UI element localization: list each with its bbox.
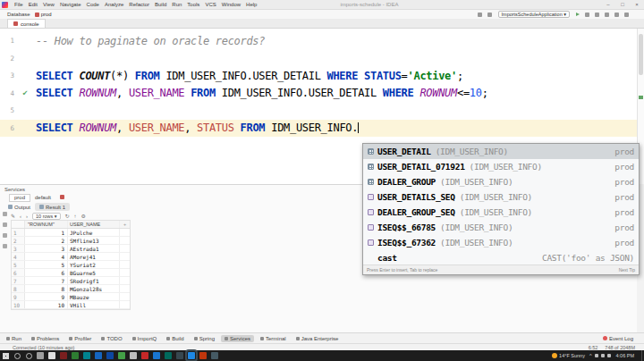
rownum-cell[interactable]: 7 — [25, 277, 68, 284]
breadcrumb[interactable]: Database — [7, 12, 30, 17]
rownum-cell[interactable]: 10 — [25, 301, 68, 308]
filter-icon[interactable] — [3, 233, 7, 238]
taskbar-app-icon[interactable] — [130, 352, 137, 359]
user-name-cell[interactable]: JPulche — [68, 229, 120, 236]
reload-icon[interactable]: ↻ — [65, 213, 70, 219]
search-icon[interactable] — [614, 13, 619, 17]
menu-item[interactable]: Run — [169, 2, 184, 7]
wrench-icon[interactable] — [487, 13, 492, 17]
taskbar-app-icon[interactable] — [60, 352, 67, 359]
completion-item[interactable]: DEALER_GROUP (IDM_USER_INFO) prod — [363, 174, 639, 189]
user-name-cell[interactable]: YSuriat2 — [68, 261, 120, 268]
breadcrumb-db[interactable]: prod — [41, 12, 52, 17]
tool-window-button[interactable]: Problems — [28, 335, 63, 342]
result-tab[interactable]: Result 1 — [35, 203, 70, 211]
rownum-cell[interactable]: 2 — [25, 237, 68, 244]
code-line[interactable]: 1 -- How to paginate on oracle records? — [0, 32, 637, 50]
taskbar-app-icon[interactable] — [176, 352, 183, 359]
table-row[interactable]: 3 3 AEstrada1 — [12, 245, 130, 253]
clock[interactable]: 4:06 PM — [616, 353, 634, 358]
tray-expand-icon[interactable]: ^ — [589, 353, 592, 358]
gear-icon[interactable]: ⚙ — [81, 213, 86, 219]
menu-item[interactable]: Refactor — [126, 2, 152, 7]
completion-item[interactable]: USER_DETAIL_071921 (IDM_USER_INFO) prod — [363, 159, 639, 174]
completion-item[interactable]: cast CAST('foo' as JSON) — [363, 250, 639, 265]
maximize-button[interactable]: □ — [615, 2, 630, 7]
menu-item[interactable]: Navigate — [57, 2, 84, 7]
menu-item[interactable]: Analyze — [102, 2, 126, 7]
next-page-icon[interactable]: › — [26, 214, 28, 219]
menu-item[interactable]: VCS — [202, 2, 218, 7]
taskbar-app-icon[interactable] — [95, 352, 102, 359]
result-tab[interactable]: Output — [4, 203, 35, 211]
user-name-cell[interactable]: MBauze — [68, 293, 120, 300]
table-row[interactable]: 8 8 MGonzal28s — [12, 285, 130, 293]
taskbar-app-icon[interactable] — [83, 352, 90, 359]
tool-window-button[interactable]: Run — [3, 335, 25, 342]
taskbar-app-icon[interactable] — [211, 352, 218, 359]
event-log-button[interactable]: Event Log — [603, 336, 633, 341]
minimize-button[interactable]: – — [601, 2, 615, 7]
code-line[interactable]: 5 — [0, 102, 637, 120]
rownum-cell[interactable]: 8 — [25, 285, 68, 292]
coverage-icon[interactable] — [595, 13, 599, 17]
user-name-cell[interactable]: VHill — [68, 301, 120, 308]
editor-tab-console[interactable]: console — [7, 19, 46, 28]
taskbar-app-icon[interactable] — [141, 352, 148, 359]
tool-window-button[interactable]: Terminal — [257, 335, 290, 342]
battery-icon[interactable] — [607, 354, 611, 357]
menu-item[interactable]: Help — [243, 2, 259, 7]
rownum-cell[interactable]: 9 — [25, 293, 68, 300]
taskbar-app-icon[interactable] — [165, 352, 172, 359]
profiler-icon[interactable] — [605, 13, 609, 17]
next-tip-link[interactable]: Next Tip — [619, 267, 635, 273]
taskbar-app-icon[interactable] — [118, 352, 125, 359]
start-button[interactable] — [3, 353, 9, 359]
pin-icon[interactable] — [3, 222, 7, 227]
code-line[interactable]: 6 SELECT ROWNUM, USER_NAME, STATUS FROM … — [0, 120, 637, 138]
task-view-icon[interactable] — [26, 353, 32, 359]
tool-window-button[interactable]: Build — [163, 335, 187, 342]
session-tab[interactable]: default — [30, 194, 55, 202]
rownum-cell[interactable]: 5 — [25, 261, 68, 268]
completion-item[interactable]: USER_DETAILS_SEQ (IDM_USER_INFO) prod — [363, 189, 639, 205]
table-row[interactable]: 6 6 BGuarne5 — [12, 269, 130, 277]
previous-page-icon[interactable]: ‹ — [20, 214, 21, 219]
settings-icon[interactable] — [3, 244, 7, 248]
tool-window-button[interactable]: Spring — [191, 335, 218, 342]
taskbar-app-icon[interactable] — [72, 352, 79, 359]
scrollbar-thumb[interactable] — [639, 34, 643, 75]
user-name-cell[interactable]: AMorej41 — [68, 253, 120, 260]
rownum-cell[interactable]: 4 — [25, 253, 68, 260]
user-name-cell[interactable]: SMfline13 — [68, 237, 120, 244]
code-line[interactable]: 4 ✔ SELECT ROWNUM, USER_NAME FROM IDM_US… — [0, 85, 637, 103]
add-column-button[interactable]: + — [120, 221, 130, 228]
rownum-cell[interactable]: 6 — [25, 269, 68, 276]
run-icon[interactable] — [576, 13, 580, 16]
table-row[interactable]: 9 9 MBauze — [12, 293, 130, 301]
code-line[interactable]: 2 — [0, 50, 637, 68]
column-header-rownum[interactable]: "ROWNUM" — [25, 221, 68, 228]
rownum-cell[interactable]: 1 — [25, 229, 68, 236]
network-icon[interactable] — [595, 354, 598, 357]
code-line[interactable]: 3 SELECT COUNT(*) FROM IDM_USER_INFO.USE… — [0, 67, 637, 85]
memory-indicator[interactable]: 748 of 2048M — [605, 345, 635, 350]
settings-icon[interactable] — [624, 13, 629, 17]
sync-icon[interactable] — [3, 212, 7, 216]
weather-temp[interactable]: 14°F — [559, 353, 570, 358]
menu-item[interactable]: Edit — [26, 2, 40, 7]
menu-item[interactable]: Tools — [184, 2, 202, 7]
taskbar-app-icon[interactable] — [188, 352, 195, 359]
edit-icon[interactable]: ✎ — [11, 213, 15, 219]
taskbar-app-icon[interactable] — [37, 352, 44, 359]
table-row[interactable]: 5 5 YSuriat2 — [12, 261, 130, 269]
volume-icon[interactable] — [601, 354, 605, 357]
completion-item[interactable]: ISEQ$$_66785 (IDM_USER_INFO) prod — [363, 220, 639, 235]
taskbar-app-icon[interactable] — [153, 352, 160, 359]
tool-window-button[interactable]: TODO — [97, 335, 125, 342]
session-tab[interactable]: prod — [9, 194, 30, 202]
menu-item[interactable]: File — [12, 2, 26, 7]
table-row[interactable]: 2 2 SMfline13 — [12, 237, 130, 245]
user-name-cell[interactable]: MGonzal28s — [68, 285, 120, 292]
column-header-user-name[interactable]: USER_NAME — [68, 221, 120, 228]
